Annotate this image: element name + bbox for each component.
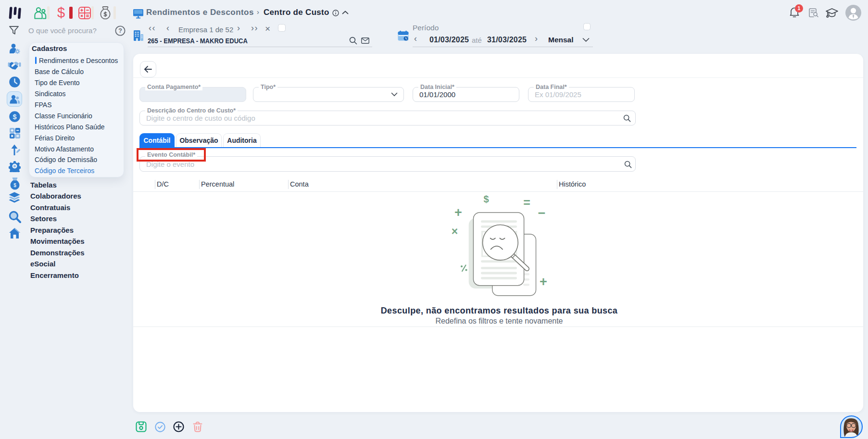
svg-text:×: ×: [452, 225, 458, 238]
svg-text:$: $: [13, 183, 16, 188]
svg-text:+: +: [540, 275, 547, 289]
svg-text:$: $: [483, 194, 489, 204]
svg-text:+: +: [454, 205, 462, 220]
svg-text:=: =: [523, 196, 530, 209]
svg-text:$: $: [13, 113, 16, 121]
svg-text:−: −: [538, 206, 546, 220]
svg-text:?: ?: [118, 27, 122, 34]
